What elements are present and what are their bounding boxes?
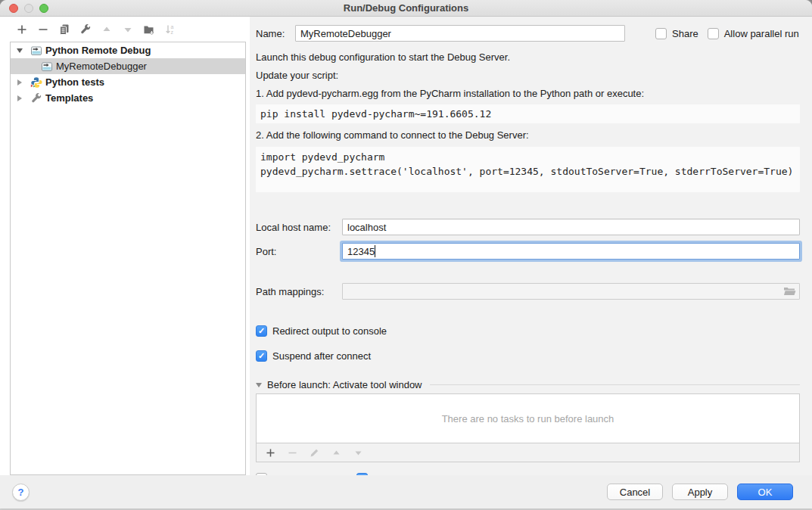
tree-item-python-tests[interactable]: Python tests — [11, 74, 245, 90]
remove-icon[interactable] — [36, 23, 50, 36]
name-input[interactable] — [295, 25, 625, 42]
local-host-name-label: Local host name: — [256, 222, 342, 233]
sidebar-toolbar: a z — [0, 17, 250, 42]
tree-item-label: Python tests — [45, 76, 104, 88]
redirect-output-label: Redirect output to console — [272, 325, 387, 337]
before-launch-title: Before launch: Activate tool window — [267, 379, 422, 390]
ok-button[interactable]: OK — [737, 484, 793, 500]
close-button[interactable] — [9, 4, 18, 13]
port-label: Port: — [256, 246, 342, 257]
apply-button[interactable]: Apply — [672, 484, 728, 500]
settrace-snippet: import pydevd_pycharm pydevd_pycharm.set… — [256, 147, 800, 192]
allow-parallel-run-checkbox[interactable] — [708, 28, 719, 39]
titlebar: Run/Debug Configurations — [0, 0, 812, 17]
allow-parallel-run-label: Allow parallel run — [724, 28, 799, 39]
move-down-icon[interactable] — [121, 23, 135, 36]
share-checkbox[interactable] — [655, 28, 667, 39]
tree-item-label: MyRemoteDebugger — [56, 61, 147, 72]
description-line-1: Launch this debug configuration to start… — [256, 48, 800, 67]
edit-task-icon[interactable] — [307, 446, 321, 459]
redirect-output-checkbox[interactable]: ✓ — [256, 325, 267, 337]
traffic-lights — [9, 4, 48, 13]
sort-alphabetically-icon[interactable]: a z — [163, 23, 177, 36]
remove-task-icon[interactable] — [285, 446, 299, 459]
copy-configuration-icon[interactable] — [58, 23, 71, 36]
share-label: Share — [672, 28, 698, 39]
browse-folder-icon[interactable] — [782, 285, 797, 297]
name-label: Name: — [256, 28, 295, 39]
chevron-down-icon[interactable] — [15, 48, 24, 53]
task-list-toolbar — [257, 443, 799, 462]
run-config-icon — [30, 45, 42, 57]
suspend-after-connect-checkbox[interactable]: ✓ — [256, 350, 267, 362]
move-up-icon[interactable] — [100, 23, 114, 36]
text-caret — [375, 245, 375, 257]
run-config-icon — [41, 61, 53, 73]
svg-text:a: a — [171, 24, 174, 30]
collapse-icon[interactable] — [256, 383, 262, 387]
pip-install-snippet: pip install pydevd-pycharm~=191.6605.12 — [256, 104, 800, 123]
cancel-button[interactable]: Cancel — [607, 484, 663, 500]
add-task-icon[interactable] — [263, 446, 277, 459]
tree-item-label: Python Remote Debug — [45, 45, 151, 56]
help-button[interactable]: ? — [12, 484, 30, 501]
window-title: Run/Debug Configurations — [0, 2, 812, 14]
step-1-text: 1. Add pydevd-pycharm.egg from the PyCha… — [256, 85, 800, 103]
wrench-icon — [30, 92, 42, 104]
new-folder-icon[interactable] — [142, 23, 156, 36]
svg-text:z: z — [171, 30, 174, 35]
path-mappings-input[interactable] — [342, 283, 800, 300]
empty-task-list: There are no tasks to run before launch — [257, 394, 799, 443]
tree-item-myremotedebugger[interactable]: MyRemoteDebugger — [11, 58, 245, 74]
configurations-sidebar: a z Python Remote Debug — [0, 17, 250, 475]
tree-item-python-remote-debug[interactable]: Python Remote Debug — [11, 42, 245, 58]
local-host-name-input[interactable] — [342, 219, 800, 235]
move-task-down-icon[interactable] — [351, 446, 365, 459]
move-task-up-icon[interactable] — [329, 446, 343, 459]
minimize-button[interactable] — [24, 4, 33, 13]
step-2-text: 2. Add the following command to connect … — [256, 129, 529, 141]
before-launch-section-header[interactable]: Before launch: Activate tool window — [256, 379, 800, 390]
tree-item-label: Templates — [45, 92, 93, 104]
add-icon[interactable] — [15, 23, 29, 36]
chevron-right-icon[interactable] — [15, 79, 24, 86]
description-line-2: Update your script: — [256, 67, 800, 85]
configurations-tree: Python Remote Debug MyRemoteDebugger — [10, 42, 246, 475]
edit-templates-icon[interactable] — [79, 23, 92, 36]
configuration-editor: Name: Share Allow parallel run Launch th… — [250, 17, 812, 475]
question-mark-icon: ? — [18, 487, 24, 498]
chevron-right-icon[interactable] — [15, 95, 24, 101]
run-debug-configurations-dialog: Run/Debug Configurations — [0, 0, 812, 510]
section-rule — [430, 384, 800, 385]
python-tests-icon — [30, 76, 42, 89]
suspend-after-connect-label: Suspend after connect — [272, 350, 371, 362]
zoom-button[interactable] — [39, 4, 48, 13]
before-launch-task-list: There are no tasks to run before launch — [256, 393, 800, 462]
path-mappings-label: Path mappings: — [256, 286, 342, 297]
tree-item-templates[interactable]: Templates — [11, 90, 245, 106]
dialog-footer: ? Cancel Apply OK — [0, 475, 812, 510]
port-input[interactable] — [342, 243, 800, 260]
empty-task-text: There are no tasks to run before launch — [442, 413, 614, 424]
